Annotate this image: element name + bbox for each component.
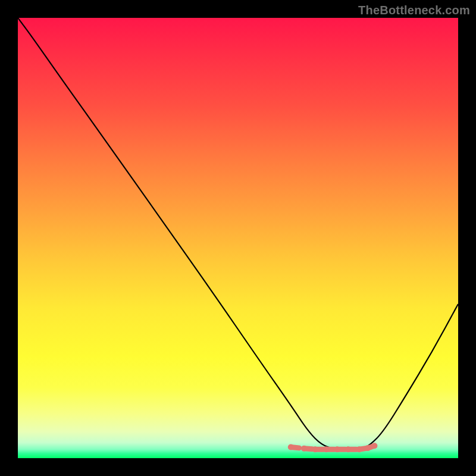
watermark-label: TheBottleneck.com: [358, 4, 470, 17]
bottleneck-chart: TheBottleneck.com: [0, 0, 476, 476]
curve-minimum-markers: [288, 443, 378, 452]
curve-marker-dot: [365, 445, 371, 451]
curve-marker-dot: [345, 446, 351, 452]
curve-marker-dot: [334, 446, 340, 452]
curve-layer: [18, 18, 458, 458]
curve-marker-dot: [312, 446, 318, 452]
plot-area: [18, 18, 458, 458]
bottleneck-curve-line: [18, 18, 458, 449]
curve-marker-dot: [371, 443, 377, 449]
curve-marker-dot: [323, 446, 329, 452]
curve-marker-dot: [301, 446, 307, 452]
curve-marker-dot: [356, 446, 362, 452]
curve-marker-dot: [288, 444, 294, 450]
